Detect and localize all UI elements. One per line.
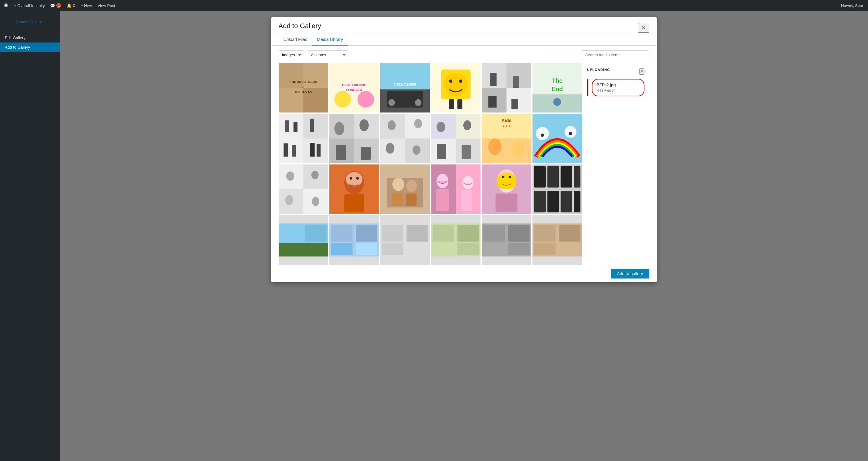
adminbar-notifications[interactable]: 🔔 0 [67, 3, 75, 8]
svg-rect-1 [279, 63, 303, 88]
site-name: Overall Insanity [18, 3, 45, 8]
svg-rect-73 [482, 138, 531, 163]
adminbar-new[interactable]: + New [81, 3, 92, 8]
media-thumb-24[interactable] [532, 215, 582, 265]
svg-rect-144 [483, 225, 505, 241]
tab-media-library[interactable]: Media Library [312, 34, 348, 45]
media-thumb-9[interactable] [380, 114, 430, 163]
svg-rect-71 [462, 145, 471, 159]
thumb-image-21 [380, 215, 430, 265]
svg-rect-44 [283, 143, 288, 157]
svg-rect-120 [534, 191, 546, 212]
svg-rect-43 [310, 119, 314, 132]
thumb-image-13 [279, 164, 328, 214]
media-thumb-5[interactable] [482, 63, 531, 112]
thumb-image-14 [330, 164, 379, 214]
thumb-image-7 [279, 114, 328, 163]
svg-point-94 [349, 177, 352, 180]
media-thumb-20[interactable] [330, 215, 379, 265]
svg-rect-119 [574, 166, 581, 187]
media-body: THE GOOD DEEDS OF MR FINGER BEST FRIE [271, 63, 657, 265]
svg-text:BEST FRIENDS: BEST FRIENDS [342, 83, 366, 87]
adminbar-howdy: Howdy, Sean [841, 3, 864, 8]
dialog-header: Add to Gallery ✕ [271, 17, 657, 34]
tab-upload-files[interactable]: Upload Files [279, 34, 312, 45]
sidebar-item-edit-gallery[interactable]: Edit Gallery [0, 33, 60, 42]
svg-point-93 [346, 172, 363, 187]
media-thumb-10[interactable] [431, 114, 480, 163]
sidebar-links: Edit Gallery Add to Gallery [0, 31, 60, 55]
thumb-image-12 [532, 114, 582, 163]
svg-rect-45 [292, 145, 296, 157]
upload-panel-close-button[interactable]: ✕ [639, 68, 644, 75]
media-thumb-6[interactable]: The End [532, 63, 582, 112]
media-thumb-23[interactable] [482, 215, 531, 265]
wp-logo-icon[interactable]: ✺ [4, 2, 8, 9]
sidebar: ← ← Cancel Gallery Edit Gallery Add to G… [0, 11, 60, 461]
svg-point-90 [312, 197, 319, 206]
media-thumb-13[interactable] [279, 164, 328, 214]
svg-point-99 [392, 177, 404, 191]
content-area: Add to Gallery ✕ Upload Files Media Libr… [60, 11, 868, 461]
svg-point-21 [459, 79, 462, 83]
media-thumb-4[interactable] [431, 63, 480, 112]
upload-error-filename: BFFs2.jpg [597, 83, 640, 87]
svg-rect-136 [382, 243, 403, 255]
add-to-gallery-button[interactable]: Add to gallery [611, 269, 649, 278]
svg-rect-114 [495, 194, 517, 211]
media-thumb-19[interactable] [279, 215, 328, 265]
svg-rect-125 [279, 243, 328, 257]
svg-text:★★★: ★★★ [502, 124, 511, 128]
media-thumb-15[interactable] [380, 164, 430, 214]
media-thumb-17[interactable] [482, 164, 531, 214]
dialog-overlay: Add to Gallery ✕ Upload Files Media Libr… [60, 11, 868, 461]
media-thumb-11[interactable]: Kids ★★★ [482, 114, 531, 163]
svg-rect-102 [406, 194, 416, 206]
svg-point-76 [488, 138, 501, 155]
svg-rect-139 [432, 225, 454, 241]
search-input[interactable] [582, 51, 649, 59]
svg-rect-123 [574, 191, 581, 212]
adminbar-comments[interactable]: 💬 1 [50, 3, 61, 8]
dialog-close-button[interactable]: ✕ [638, 23, 649, 33]
media-thumb-2[interactable]: BEST FRIENDS FOREVER [330, 63, 379, 112]
thumb-image-18 [532, 164, 582, 214]
svg-rect-40 [303, 138, 328, 163]
media-thumb-1[interactable]: THE GOOD DEEDS OF MR FINGER [279, 63, 328, 112]
tabs: Upload Files Media Library [271, 34, 657, 45]
filter-type-select[interactable]: ImagesAudioVideo [279, 51, 304, 59]
adminbar-view-post[interactable]: View Post [98, 3, 115, 8]
filter-date-select[interactable]: All datesJanuary 2024December 2023 [308, 51, 348, 59]
svg-rect-129 [331, 225, 352, 241]
svg-rect-142 [457, 243, 479, 255]
thumb-image-24 [532, 215, 582, 265]
svg-rect-147 [508, 243, 529, 255]
svg-rect-140 [457, 225, 479, 241]
media-thumb-7[interactable] [279, 114, 328, 163]
thumb-image-23 [482, 215, 531, 265]
svg-rect-146 [483, 243, 505, 255]
cancel-gallery-link[interactable]: ← ← Cancel Gallery [0, 16, 60, 28]
svg-rect-152 [559, 243, 580, 255]
media-thumb-18[interactable] [532, 164, 582, 214]
media-thumb-3[interactable]: CRACKER [380, 63, 430, 112]
svg-rect-55 [361, 147, 370, 160]
sidebar-item-add-to-gallery[interactable]: Add to Gallery [0, 42, 60, 52]
media-thumb-8[interactable] [330, 114, 379, 163]
svg-point-79 [535, 127, 549, 140]
media-thumb-22[interactable] [431, 215, 480, 265]
svg-rect-54 [336, 145, 346, 160]
media-thumb-16[interactable] [431, 164, 480, 214]
svg-rect-101 [392, 193, 403, 206]
svg-point-112 [502, 176, 504, 178]
svg-rect-127 [305, 225, 326, 241]
media-thumb-21[interactable] [380, 215, 430, 265]
svg-rect-134 [382, 225, 403, 241]
adminbar-site[interactable]: ⌂ Overall Insanity [14, 3, 45, 8]
svg-rect-70 [437, 144, 446, 159]
svg-rect-141 [432, 243, 454, 255]
media-thumb-14[interactable] [330, 164, 379, 214]
svg-point-15 [389, 99, 395, 106]
thumb-image-9 [380, 114, 430, 163]
media-thumb-12[interactable] [532, 114, 582, 163]
